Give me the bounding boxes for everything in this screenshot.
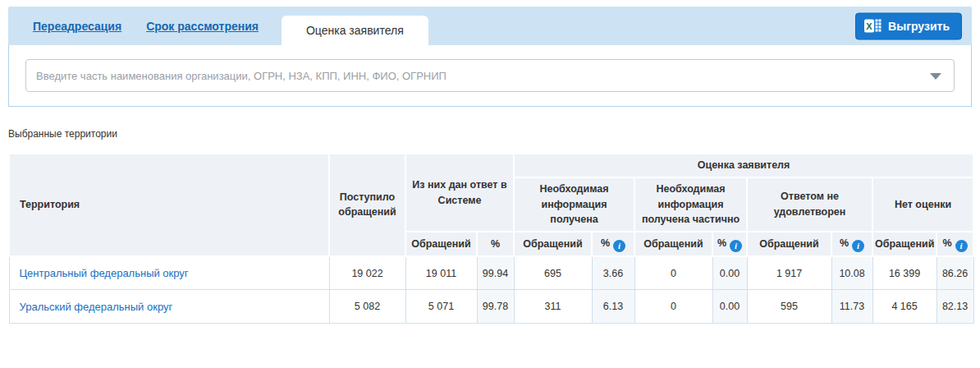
no-eval-cell: 16 399 [872, 256, 936, 290]
info-partial-cell: 0 [634, 256, 712, 290]
tab-ocenka-zayavitelya[interactable]: Оценка заявителя [282, 16, 428, 45]
unsatisfied-pct-cell: 11.73 [831, 290, 872, 324]
active-tab-label: Оценка заявителя [306, 24, 404, 37]
tab-bar: Переадресация Срок рассмотрения Оценка з… [8, 7, 972, 45]
no-eval-pct-cell: 86.26 [936, 256, 973, 290]
export-button-label: Выгрузить [888, 20, 950, 33]
col-header-answered-group: Из них дан ответ в Системе [405, 154, 514, 232]
info-received-cell: 311 [514, 290, 592, 324]
col-header-evaluation-group: Оценка заявителя [514, 154, 973, 177]
export-button[interactable]: X Выгрузить [855, 12, 962, 39]
col-header-received: Поступило обращений [329, 154, 405, 256]
info-partial-pct-cell: 0.00 [712, 256, 747, 290]
info-icon[interactable]: i [730, 240, 742, 252]
answered-pct-cell: 99.78 [477, 290, 514, 324]
subcol-info-received-appeals: Обращений [514, 232, 592, 256]
excel-icon: X [864, 19, 882, 34]
answered-cell: 19 011 [405, 256, 477, 290]
subcol-no-eval-appeals: Обращений [872, 232, 936, 256]
subcol-unsatisfied-appeals: Обращений [747, 232, 831, 256]
report-page: Переадресация Срок рассмотрения Оценка з… [0, 0, 980, 324]
territories-report-table: Территория Поступило обращений Из них да… [8, 153, 974, 324]
answered-pct-cell: 99.94 [477, 256, 514, 290]
info-partial-pct-cell: 0.00 [712, 290, 747, 324]
territory-cell: Уральский федеральный округ [9, 290, 329, 324]
subcol-answered-percent: % [477, 232, 514, 256]
col-header-unsatisfied: Ответом не удовлетворен [747, 177, 872, 232]
subcol-info-partial-percent: %i [712, 232, 747, 256]
subcol-answered-appeals: Обращений [405, 232, 477, 256]
info-icon[interactable]: i [613, 240, 625, 252]
info-icon[interactable]: i [955, 240, 968, 252]
info-received-cell: 695 [514, 256, 592, 290]
organization-search-input[interactable] [25, 59, 955, 92]
tab-pereadresaciya[interactable]: Переадресация [33, 20, 121, 33]
col-header-territory: Территория [9, 154, 329, 256]
unsatisfied-cell: 595 [747, 290, 831, 324]
territory-cell: Центральный федеральный округ [9, 256, 329, 290]
answered-cell: 5 071 [405, 290, 477, 324]
percent-label: % [717, 237, 726, 249]
chevron-down-icon[interactable] [930, 73, 941, 80]
percent-label: % [840, 237, 849, 249]
info-received-pct-cell: 3.66 [592, 256, 634, 290]
info-partial-cell: 0 [634, 290, 712, 324]
territory-link-central[interactable]: Центральный федеральный округ [20, 267, 189, 279]
info-icon[interactable]: i [852, 240, 864, 252]
territory-link-ural[interactable]: Уральский федеральный округ [20, 301, 173, 313]
unsatisfied-pct-cell: 10.08 [831, 256, 872, 290]
tab-srok-rassmotreniya[interactable]: Срок рассмотрения [146, 20, 259, 33]
organization-select [25, 59, 955, 92]
subcol-unsatisfied-percent: %i [831, 232, 872, 256]
col-header-no-evaluation: Нет оценки [872, 177, 973, 232]
subcol-no-eval-percent: %i [936, 232, 973, 256]
no-eval-pct-cell: 82.13 [936, 290, 973, 324]
received-cell: 19 022 [329, 256, 405, 290]
info-received-pct-cell: 6.13 [592, 290, 634, 324]
selected-territories-label: Выбранные территории [8, 128, 972, 140]
percent-label: % [601, 237, 610, 249]
no-eval-cell: 4 165 [872, 290, 936, 324]
percent-label: % [942, 237, 951, 249]
unsatisfied-cell: 1 917 [747, 256, 831, 290]
received-cell: 5 082 [329, 290, 405, 324]
svg-text:X: X [866, 21, 872, 31]
table-row: Центральный федеральный округ 19 022 19 … [9, 256, 973, 290]
table-row: Уральский федеральный округ 5 082 5 071 … [9, 290, 973, 324]
col-header-info-received: Необходимая информация получена [514, 177, 634, 232]
subcol-info-received-percent: %i [592, 232, 634, 256]
subcol-info-partial-appeals: Обращений [634, 232, 712, 256]
col-header-info-partial: Необходимая информация получена частично [634, 177, 747, 232]
filter-panel [8, 45, 972, 107]
